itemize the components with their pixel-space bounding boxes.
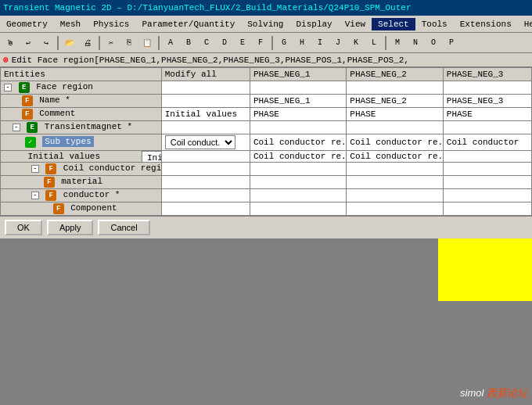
table-row: F Component	[1, 202, 532, 216]
menu-help[interactable]: Help	[518, 18, 532, 30]
subtype-dropdown[interactable]: Coil conduct...	[165, 135, 235, 149]
label-conductor: conductor *	[63, 190, 120, 199]
toolbar-btn-cut[interactable]: ✂	[102, 34, 120, 52]
menu-solving[interactable]: Solving	[241, 18, 289, 30]
menu-extensions[interactable]: Extensions	[454, 18, 518, 30]
yellow-rect	[438, 238, 532, 301]
cell-pn2-comment: PHASE	[347, 108, 443, 121]
viewport: simol 西莫论坛	[0, 238, 532, 405]
menu-select[interactable]: Select	[372, 18, 415, 30]
toolbar-sep-5	[385, 36, 386, 50]
expand-transientmagnet[interactable]: -	[13, 124, 20, 131]
col-modify-all: Modify all	[161, 68, 250, 81]
icon-face-region: E	[19, 82, 30, 93]
toolbar-btn-j[interactable]: J	[329, 34, 347, 52]
label-material: material	[61, 177, 102, 186]
label-transientmagnet: Transientmagnet *	[45, 122, 132, 131]
icon-coil-region: F	[45, 163, 56, 174]
entities-table: Entities Modify all PHASE_NEG_1 PHASE_NE…	[0, 67, 532, 216]
menu-geometry[interactable]: Geometry	[0, 18, 54, 30]
toolbar-btn-print[interactable]: 🖨	[79, 34, 96, 52]
main-content: Entities Modify all PHASE_NEG_1 PHASE_NE…	[0, 67, 532, 405]
cell-modify-subtypes[interactable]: Coil conduct...	[161, 134, 250, 151]
cell-pn2-comp	[347, 202, 443, 216]
toolbar-btn-o[interactable]: O	[425, 34, 442, 52]
table-row: - E Face region	[1, 81, 532, 95]
toolbar-btn-f[interactable]: F	[252, 34, 269, 52]
col-entities: Entities	[1, 68, 162, 81]
toolbar-btn-1[interactable]: 🖱	[2, 34, 19, 52]
cell-modify-cr	[161, 163, 250, 176]
menu-mesh[interactable]: Mesh	[54, 18, 87, 30]
toolbar-btn-undo[interactable]: ↩	[20, 34, 37, 52]
toolbar-btn-h[interactable]: H	[293, 34, 311, 52]
menu-view[interactable]: View	[339, 18, 372, 30]
toolbar-btn-c[interactable]: C	[198, 34, 215, 52]
menu-parameter-quantity[interactable]: Parameter/Quantity	[135, 18, 241, 30]
apply-button[interactable]: Apply	[47, 220, 94, 235]
toolbar-btn-paste[interactable]: 📋	[138, 34, 156, 52]
expand-coil-region[interactable]: -	[31, 165, 39, 173]
cell-pn2-iv: Coil conductor re...	[347, 151, 443, 163]
menu-physics[interactable]: Physics	[87, 18, 135, 30]
cell-modify-cond	[161, 189, 250, 202]
cell-pn3-face-region	[443, 81, 531, 95]
entity-coil-region: - F Coil conductor region	[1, 163, 162, 176]
menu-display[interactable]: Display	[289, 18, 338, 30]
label-coil-region: Coil conductor region	[63, 163, 161, 173]
cell-pn2-cond	[347, 189, 443, 202]
cell-pn1-tm	[250, 121, 346, 134]
label-comment: Comment	[39, 109, 75, 118]
simol-logo: simol 西莫论坛	[460, 386, 527, 400]
toolbar: 🖱 ↩ ↪ 📂 🖨 ✂ ⎘ 📋 A B C D E F G H I J K L …	[0, 33, 532, 53]
toolbar-btn-e[interactable]: E	[234, 34, 251, 52]
col-phase-neg-3: PHASE_NEG_3	[443, 68, 531, 81]
toolbar-btn-l[interactable]: L	[365, 34, 383, 52]
simol-text: simol	[460, 387, 483, 399]
toolbar-btn-d[interactable]: D	[216, 34, 233, 52]
entity-subtypes: ✓ Sub types	[1, 134, 162, 151]
toolbar-btn-open[interactable]: 📂	[61, 34, 78, 52]
icon-subtypes: ✓	[25, 137, 36, 148]
icon-conductor: F	[45, 190, 56, 201]
cell-pn3-mat	[443, 176, 531, 189]
ok-button[interactable]: OK	[5, 220, 42, 235]
label-initial-values: Initial values	[28, 152, 100, 161]
entity-conductor: - F conductor *	[1, 189, 162, 202]
cell-pn2-face-region	[347, 81, 443, 95]
edit-icon: ⊗	[3, 55, 9, 65]
dropdown-menu: Initial values Air or vacuum regio... Ma…	[142, 151, 161, 163]
toolbar-sep-2	[99, 36, 100, 50]
toolbar-sep-3	[158, 36, 160, 50]
table-row: - F Coil conductor region	[1, 163, 532, 176]
dropdown-item-initial[interactable]: Initial values	[142, 152, 161, 163]
expand-face-region[interactable]: -	[4, 84, 12, 91]
toolbar-btn-g[interactable]: G	[275, 34, 293, 52]
entity-name: F Name *	[1, 95, 162, 108]
icon-component: F	[53, 203, 64, 214]
toolbar-btn-i[interactable]: I	[311, 34, 329, 52]
menu-tools[interactable]: Tools	[415, 18, 454, 30]
toolbar-btn-p[interactable]: P	[443, 34, 460, 52]
expand-conductor[interactable]: -	[31, 192, 39, 199]
cancel-button[interactable]: Cancel	[98, 220, 149, 235]
cell-pn3-tm	[443, 121, 531, 134]
brand-text: 西莫论坛	[487, 387, 527, 399]
toolbar-btn-b[interactable]: B	[180, 34, 197, 52]
toolbar-btn-a[interactable]: A	[162, 34, 179, 52]
cell-pn3-cr	[443, 163, 531, 176]
toolbar-btn-copy[interactable]: ⎘	[120, 34, 138, 52]
toolbar-btn-k[interactable]: K	[347, 34, 365, 52]
toolbar-btn-n[interactable]: N	[407, 34, 424, 52]
toolbar-btn-redo[interactable]: ↪	[38, 34, 55, 52]
dialog-area: Entities Modify all PHASE_NEG_1 PHASE_NE…	[0, 67, 532, 238]
entity-comment: F Comment	[1, 108, 162, 121]
cell-pn3-name: PHASE_NEG_3	[443, 95, 531, 108]
icon-material: F	[44, 177, 55, 188]
cell-modify-face-region	[161, 81, 250, 95]
label-face-region: Face region	[36, 82, 93, 91]
toolbar-btn-m[interactable]: M	[389, 34, 406, 52]
cell-pn1-cr	[250, 163, 346, 176]
cell-pn3-subtypes: Coil conductor	[443, 134, 531, 151]
cell-pn1-mat	[250, 176, 346, 189]
